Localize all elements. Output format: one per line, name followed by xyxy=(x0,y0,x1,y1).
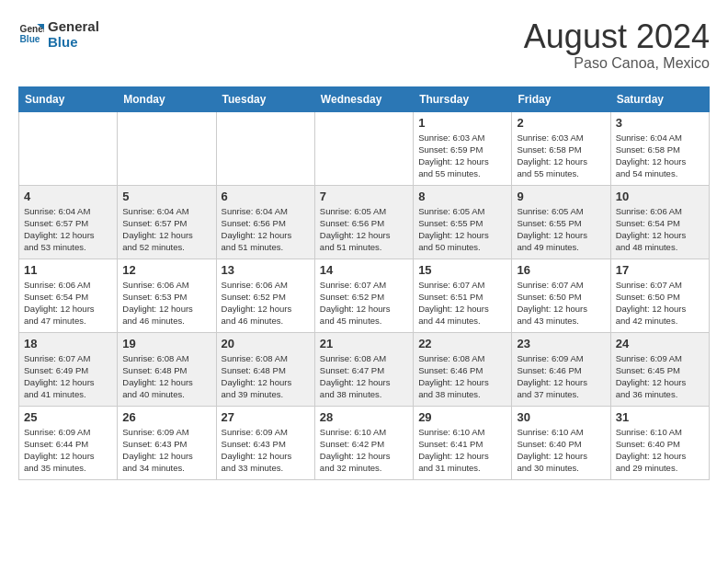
day-number: 5 xyxy=(122,190,210,203)
day-info: Sunrise: 6:07 AM Sunset: 6:49 PM Dayligh… xyxy=(24,352,112,401)
day-number: 22 xyxy=(418,337,506,350)
day-info: Sunrise: 6:04 AM Sunset: 6:56 PM Dayligh… xyxy=(222,205,310,254)
calendar-day-cell xyxy=(216,111,314,185)
day-number: 13 xyxy=(222,263,310,277)
day-number: 17 xyxy=(616,263,704,277)
day-info: Sunrise: 6:08 AM Sunset: 6:48 PM Dayligh… xyxy=(222,352,310,401)
day-info: Sunrise: 6:03 AM Sunset: 6:58 PM Dayligh… xyxy=(517,132,605,180)
day-number: 2 xyxy=(517,116,605,130)
calendar-week-row: 4Sunrise: 6:04 AM Sunset: 6:57 PM Daylig… xyxy=(19,185,710,259)
logo-line2: Blue xyxy=(48,34,99,50)
day-number: 8 xyxy=(418,190,506,203)
day-info: Sunrise: 6:06 AM Sunset: 6:54 PM Dayligh… xyxy=(616,205,704,254)
calendar-day-cell xyxy=(118,111,216,185)
calendar-week-row: 11Sunrise: 6:06 AM Sunset: 6:54 PM Dayli… xyxy=(19,259,710,332)
weekday-header-cell: Sunday xyxy=(19,86,118,111)
title-block: August 2024 Paso Canoa, Mexico xyxy=(524,18,710,72)
calendar-day-cell: 16Sunrise: 6:07 AM Sunset: 6:50 PM Dayli… xyxy=(512,259,610,332)
calendar-day-cell: 17Sunrise: 6:07 AM Sunset: 6:50 PM Dayli… xyxy=(610,259,709,332)
calendar-table: SundayMondayTuesdayWednesdayThursdayFrid… xyxy=(18,86,710,480)
calendar-week-row: 18Sunrise: 6:07 AM Sunset: 6:49 PM Dayli… xyxy=(19,332,710,406)
day-info: Sunrise: 6:05 AM Sunset: 6:55 PM Dayligh… xyxy=(517,205,605,254)
calendar-day-cell: 19Sunrise: 6:08 AM Sunset: 6:48 PM Dayli… xyxy=(118,332,216,406)
day-number: 23 xyxy=(517,337,605,350)
weekday-header-cell: Tuesday xyxy=(216,86,314,111)
calendar-day-cell: 7Sunrise: 6:05 AM Sunset: 6:56 PM Daylig… xyxy=(314,185,413,259)
day-number: 24 xyxy=(616,337,704,350)
day-number: 30 xyxy=(517,410,605,424)
calendar-day-cell: 8Sunrise: 6:05 AM Sunset: 6:55 PM Daylig… xyxy=(414,185,512,259)
day-info: Sunrise: 6:09 AM Sunset: 6:43 PM Dayligh… xyxy=(122,426,210,475)
day-info: Sunrise: 6:08 AM Sunset: 6:48 PM Dayligh… xyxy=(122,352,210,401)
day-info: Sunrise: 6:10 AM Sunset: 6:41 PM Dayligh… xyxy=(418,426,506,475)
day-info: Sunrise: 6:04 AM Sunset: 6:57 PM Dayligh… xyxy=(122,205,210,254)
calendar-body: 1Sunrise: 6:03 AM Sunset: 6:59 PM Daylig… xyxy=(19,111,710,479)
day-info: Sunrise: 6:07 AM Sunset: 6:51 PM Dayligh… xyxy=(418,279,506,327)
calendar-day-cell: 26Sunrise: 6:09 AM Sunset: 6:43 PM Dayli… xyxy=(118,406,216,479)
calendar-day-cell xyxy=(314,111,413,185)
calendar-day-cell: 23Sunrise: 6:09 AM Sunset: 6:46 PM Dayli… xyxy=(512,332,610,406)
location: Paso Canoa, Mexico xyxy=(524,55,710,72)
calendar-day-cell: 1Sunrise: 6:03 AM Sunset: 6:59 PM Daylig… xyxy=(414,111,512,185)
day-number: 20 xyxy=(222,337,310,350)
svg-text:Blue: Blue xyxy=(20,34,40,44)
calendar-day-cell: 24Sunrise: 6:09 AM Sunset: 6:45 PM Dayli… xyxy=(610,332,709,406)
day-number: 6 xyxy=(222,190,310,203)
calendar-day-cell: 29Sunrise: 6:10 AM Sunset: 6:41 PM Dayli… xyxy=(414,406,512,479)
day-number: 16 xyxy=(517,263,605,277)
day-info: Sunrise: 6:05 AM Sunset: 6:55 PM Dayligh… xyxy=(418,205,506,254)
calendar-week-row: 1Sunrise: 6:03 AM Sunset: 6:59 PM Daylig… xyxy=(19,111,710,185)
day-number: 25 xyxy=(24,410,112,424)
calendar-day-cell xyxy=(19,111,118,185)
day-number: 1 xyxy=(418,116,506,130)
day-info: Sunrise: 6:04 AM Sunset: 6:58 PM Dayligh… xyxy=(616,132,704,180)
day-number: 15 xyxy=(418,263,506,277)
day-number: 11 xyxy=(24,263,112,277)
day-info: Sunrise: 6:09 AM Sunset: 6:44 PM Dayligh… xyxy=(24,426,112,475)
day-info: Sunrise: 6:06 AM Sunset: 6:53 PM Dayligh… xyxy=(122,279,210,327)
calendar-day-cell: 28Sunrise: 6:10 AM Sunset: 6:42 PM Dayli… xyxy=(314,406,413,479)
logo: General Blue General Blue xyxy=(18,18,99,50)
day-number: 29 xyxy=(418,410,506,424)
calendar-day-cell: 14Sunrise: 6:07 AM Sunset: 6:52 PM Dayli… xyxy=(314,259,413,332)
calendar-day-cell: 11Sunrise: 6:06 AM Sunset: 6:54 PM Dayli… xyxy=(19,259,118,332)
day-number: 28 xyxy=(320,410,408,424)
weekday-header-cell: Monday xyxy=(118,86,216,111)
weekday-header-cell: Wednesday xyxy=(314,86,413,111)
day-number: 19 xyxy=(122,337,210,350)
weekday-header-cell: Saturday xyxy=(610,86,709,111)
day-number: 18 xyxy=(24,337,112,350)
calendar-day-cell: 21Sunrise: 6:08 AM Sunset: 6:47 PM Dayli… xyxy=(314,332,413,406)
calendar-day-cell: 5Sunrise: 6:04 AM Sunset: 6:57 PM Daylig… xyxy=(118,185,216,259)
day-number: 12 xyxy=(122,263,210,277)
weekday-header-cell: Friday xyxy=(512,86,610,111)
weekday-header-row: SundayMondayTuesdayWednesdayThursdayFrid… xyxy=(19,86,710,111)
calendar-day-cell: 13Sunrise: 6:06 AM Sunset: 6:52 PM Dayli… xyxy=(216,259,314,332)
calendar-day-cell: 3Sunrise: 6:04 AM Sunset: 6:58 PM Daylig… xyxy=(610,111,709,185)
calendar-day-cell: 25Sunrise: 6:09 AM Sunset: 6:44 PM Dayli… xyxy=(19,406,118,479)
day-number: 4 xyxy=(24,190,112,203)
day-number: 31 xyxy=(616,410,704,424)
calendar-day-cell: 2Sunrise: 6:03 AM Sunset: 6:58 PM Daylig… xyxy=(512,111,610,185)
day-info: Sunrise: 6:10 AM Sunset: 6:42 PM Dayligh… xyxy=(320,426,408,475)
calendar-day-cell: 10Sunrise: 6:06 AM Sunset: 6:54 PM Dayli… xyxy=(610,185,709,259)
day-number: 3 xyxy=(616,116,704,130)
day-info: Sunrise: 6:06 AM Sunset: 6:54 PM Dayligh… xyxy=(24,279,112,327)
calendar-week-row: 25Sunrise: 6:09 AM Sunset: 6:44 PM Dayli… xyxy=(19,406,710,479)
day-number: 21 xyxy=(320,337,408,350)
day-info: Sunrise: 6:09 AM Sunset: 6:43 PM Dayligh… xyxy=(222,426,310,475)
day-info: Sunrise: 6:07 AM Sunset: 6:50 PM Dayligh… xyxy=(616,279,704,327)
day-info: Sunrise: 6:10 AM Sunset: 6:40 PM Dayligh… xyxy=(517,426,605,475)
calendar-day-cell: 4Sunrise: 6:04 AM Sunset: 6:57 PM Daylig… xyxy=(19,185,118,259)
day-number: 10 xyxy=(616,190,704,203)
calendar-day-cell: 30Sunrise: 6:10 AM Sunset: 6:40 PM Dayli… xyxy=(512,406,610,479)
month-year: August 2024 xyxy=(524,18,710,55)
day-info: Sunrise: 6:08 AM Sunset: 6:47 PM Dayligh… xyxy=(320,352,408,401)
day-number: 14 xyxy=(320,263,408,277)
calendar-day-cell: 6Sunrise: 6:04 AM Sunset: 6:56 PM Daylig… xyxy=(216,185,314,259)
calendar-day-cell: 12Sunrise: 6:06 AM Sunset: 6:53 PM Dayli… xyxy=(118,259,216,332)
day-info: Sunrise: 6:04 AM Sunset: 6:57 PM Dayligh… xyxy=(24,205,112,254)
day-info: Sunrise: 6:09 AM Sunset: 6:46 PM Dayligh… xyxy=(517,352,605,401)
logo-icon: General Blue xyxy=(18,21,44,47)
calendar-day-cell: 9Sunrise: 6:05 AM Sunset: 6:55 PM Daylig… xyxy=(512,185,610,259)
